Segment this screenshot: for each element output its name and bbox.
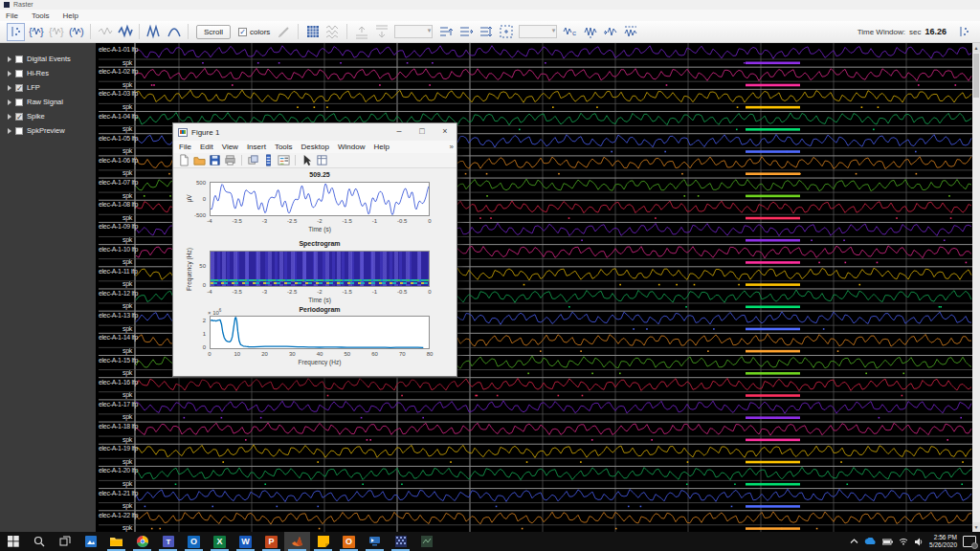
tree-expand-arrow-icon[interactable] bbox=[8, 56, 11, 62]
scroll-up-arrow[interactable]: ▲ bbox=[972, 43, 980, 53]
figure-menu-window[interactable]: Window bbox=[338, 143, 365, 151]
vertical-scrollbar[interactable]: ▲ ▼ bbox=[972, 43, 980, 532]
duplicate-icon[interactable] bbox=[247, 154, 259, 166]
menu-file[interactable]: File bbox=[6, 11, 18, 20]
colorbar-icon[interactable] bbox=[262, 154, 275, 166]
pattern-app-icon[interactable] bbox=[388, 532, 413, 551]
action-center-icon[interactable] bbox=[963, 536, 976, 547]
onedrive-icon[interactable] bbox=[864, 538, 877, 545]
raster-view-icon[interactable] bbox=[7, 23, 25, 41]
selection-box-icon[interactable] bbox=[497, 23, 515, 41]
wave-split-icon[interactable] bbox=[581, 23, 599, 41]
wave-shift-icon[interactable] bbox=[601, 23, 619, 41]
pencil-icon[interactable] bbox=[275, 23, 293, 41]
search-icon[interactable] bbox=[26, 532, 52, 551]
taskbar-clock[interactable]: 2:56 PM5/26/2020 bbox=[929, 534, 957, 549]
sidebar-item-digital-events[interactable]: Digital Events bbox=[8, 53, 71, 65]
align-down-icon[interactable] bbox=[372, 23, 390, 41]
close-button[interactable]: × bbox=[434, 123, 457, 141]
tree-checkbox[interactable] bbox=[15, 70, 23, 77]
tree-expand-arrow-icon[interactable] bbox=[8, 128, 11, 134]
tree-expand-arrow-icon[interactable] bbox=[8, 71, 11, 77]
panel-toggle-icon[interactable] bbox=[955, 23, 973, 41]
wave-small-icon[interactable] bbox=[96, 23, 114, 41]
wave-braces-disabled-icon[interactable]: {} bbox=[47, 23, 65, 41]
teams-icon[interactable]: T bbox=[155, 532, 181, 551]
chevron-up-icon[interactable] bbox=[850, 538, 858, 545]
sidebar-item-raw-signal[interactable]: Raw Signal bbox=[8, 96, 63, 108]
wifi-icon[interactable] bbox=[899, 538, 908, 545]
open-folder-icon[interactable] bbox=[193, 154, 206, 166]
menu-overflow-chevron-icon[interactable]: » bbox=[450, 143, 454, 151]
tree-checkbox[interactable] bbox=[15, 55, 23, 63]
save-icon[interactable] bbox=[209, 154, 221, 166]
tree-checkbox[interactable] bbox=[15, 127, 23, 135]
figure-menu-view[interactable]: View bbox=[222, 143, 238, 151]
menu-tools[interactable]: Tools bbox=[32, 11, 50, 20]
sort-right-icon[interactable] bbox=[457, 23, 475, 41]
start-button[interactable] bbox=[0, 532, 26, 551]
figure-titlebar[interactable]: Figure 1 – □ × bbox=[173, 123, 457, 141]
tree-expand-arrow-icon[interactable] bbox=[8, 114, 11, 120]
remote-desktop-icon[interactable] bbox=[362, 532, 388, 551]
print-icon[interactable] bbox=[224, 154, 236, 166]
outlook-icon[interactable]: O bbox=[181, 532, 207, 551]
sidebar-item-label: SpkPreview bbox=[27, 126, 65, 135]
origin-icon[interactable]: O bbox=[336, 532, 362, 551]
tree-expand-arrow-icon[interactable] bbox=[8, 85, 11, 91]
scrollbar-thumb[interactable] bbox=[973, 54, 979, 98]
figure-menu-file[interactable]: File bbox=[179, 143, 191, 151]
new-file-icon[interactable] bbox=[178, 154, 190, 166]
sidebar-item-lfp[interactable]: ✓LFP bbox=[8, 81, 40, 94]
powerpoint-icon[interactable]: P bbox=[258, 532, 284, 551]
task-view-icon[interactable] bbox=[52, 532, 78, 551]
battery-icon[interactable] bbox=[882, 539, 893, 545]
sidebar-item-spike[interactable]: ✓Spike bbox=[8, 110, 45, 122]
scroll-button[interactable]: Scroll bbox=[196, 25, 231, 39]
wave-rows-icon[interactable] bbox=[323, 23, 342, 41]
group-combo[interactable] bbox=[394, 25, 433, 38]
hump-icon[interactable] bbox=[165, 23, 183, 41]
menu-help[interactable]: Help bbox=[63, 11, 78, 20]
align-up-icon[interactable] bbox=[352, 23, 370, 41]
tree-expand-arrow-icon[interactable] bbox=[8, 99, 11, 105]
capture-app-icon[interactable] bbox=[413, 532, 439, 551]
tree-checkbox[interactable] bbox=[15, 99, 23, 106]
minimize-button[interactable]: – bbox=[388, 123, 411, 141]
wave-braces-icon[interactable]: {} bbox=[27, 23, 45, 41]
inspector-icon[interactable] bbox=[316, 154, 328, 166]
volume-icon[interactable] bbox=[914, 538, 924, 546]
file-explorer-icon[interactable] bbox=[103, 532, 129, 551]
sidebar-item-hi-res[interactable]: Hi-Res bbox=[8, 67, 49, 79]
wave-edit-icon[interactable]: c bbox=[561, 23, 579, 41]
pointer-icon[interactable] bbox=[301, 154, 313, 166]
peaks-icon[interactable] bbox=[145, 23, 163, 41]
legend-icon[interactable] bbox=[278, 154, 290, 166]
sort-updown-icon[interactable] bbox=[477, 23, 495, 41]
figure-menu-edit[interactable]: Edit bbox=[200, 143, 213, 151]
sidebar-item-spkpreview[interactable]: SpkPreview bbox=[8, 124, 65, 137]
sticky-notes-icon[interactable] bbox=[310, 532, 336, 551]
colors-checkbox-box[interactable]: ✓ bbox=[238, 28, 247, 36]
scroll-down-arrow[interactable]: ▼ bbox=[972, 522, 980, 532]
pattern-grid-icon[interactable] bbox=[303, 23, 322, 41]
tree-checkbox[interactable]: ✓ bbox=[15, 113, 23, 121]
figure-menu-desktop[interactable]: Desktop bbox=[301, 143, 329, 151]
maximize-button[interactable]: □ bbox=[411, 123, 434, 141]
tree-checkbox[interactable]: ✓ bbox=[15, 84, 23, 92]
wave-bold-icon[interactable] bbox=[116, 23, 134, 41]
figure-menu-tools[interactable]: Tools bbox=[275, 143, 293, 151]
sort-up-icon[interactable] bbox=[436, 23, 455, 41]
figure-menu-insert[interactable]: Insert bbox=[247, 143, 266, 151]
figure-window[interactable]: Figure 1 – □ × FileEditViewInsertToolsDe… bbox=[172, 122, 457, 377]
filter-combo[interactable] bbox=[519, 25, 557, 38]
wave-mean-icon[interactable] bbox=[621, 23, 639, 41]
wave-parens-icon[interactable]: () bbox=[67, 23, 85, 41]
word-icon[interactable]: W bbox=[233, 532, 258, 551]
colors-checkbox[interactable]: ✓colors bbox=[238, 28, 270, 36]
matlab-icon[interactable] bbox=[284, 532, 310, 551]
excel-icon[interactable]: X bbox=[207, 532, 233, 551]
figure-menu-help[interactable]: Help bbox=[373, 143, 389, 151]
photos-icon[interactable] bbox=[78, 532, 103, 551]
chrome-icon[interactable] bbox=[129, 532, 155, 551]
